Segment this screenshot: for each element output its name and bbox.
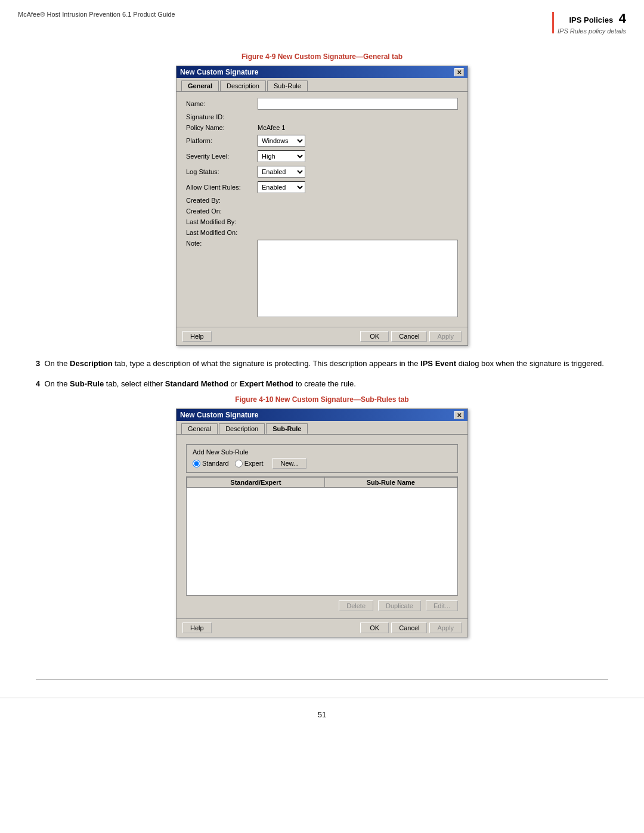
platform-row: Platform: Windows bbox=[186, 135, 458, 147]
dialog2-footer-right: OK Cancel Apply bbox=[358, 623, 462, 633]
name-row: Name: bbox=[186, 98, 458, 110]
dialog1-body: Name: Signature ID: Policy Name: McAfee … bbox=[177, 92, 467, 327]
tab-description[interactable]: Description bbox=[220, 80, 266, 91]
sig-id-row: Signature ID: bbox=[186, 113, 458, 120]
last-mod-by-row: Last Modified By: bbox=[186, 218, 458, 225]
tab-general[interactable]: General bbox=[181, 80, 219, 91]
dialog2-tabs: General Description Sub-Rule bbox=[177, 421, 467, 435]
product-guide-title: McAfee® Host Intrusion Prevention 6.1 Pr… bbox=[18, 11, 175, 18]
dialog2-title: New Custom Signature bbox=[180, 411, 258, 419]
created-by-row: Created By: bbox=[186, 197, 458, 204]
allow-label: Allow Client Rules: bbox=[186, 184, 258, 191]
created-by-label: Created By: bbox=[186, 197, 258, 204]
delete-button[interactable]: Delete bbox=[339, 600, 373, 611]
name-input[interactable] bbox=[258, 98, 458, 110]
severity-label: Severity Level: bbox=[186, 153, 258, 160]
edit-button[interactable]: Edit... bbox=[426, 600, 458, 611]
dialog1-titlebar: New Custom Signature ✕ bbox=[177, 66, 467, 78]
dialog2-titlebar: New Custom Signature ✕ bbox=[177, 409, 467, 421]
header-left: McAfee® Host Intrusion Prevention 6.1 Pr… bbox=[18, 11, 175, 18]
created-on-row: Created On: bbox=[186, 208, 458, 215]
severity-select[interactable]: High bbox=[258, 150, 305, 162]
dialog1-footer-right: OK Cancel Apply bbox=[358, 331, 462, 342]
policy-name-label: Policy Name: bbox=[186, 124, 258, 131]
last-mod-by-label: Last Modified By: bbox=[186, 218, 258, 225]
duplicate-button[interactable]: Duplicate bbox=[378, 600, 421, 611]
last-mod-on-label: Last Modified On: bbox=[186, 229, 258, 236]
dialog-general: New Custom Signature ✕ General Descripti… bbox=[176, 66, 468, 346]
page-header: McAfee® Host Intrusion Prevention 6.1 Pr… bbox=[0, 0, 644, 41]
platform-select[interactable]: Windows bbox=[258, 135, 305, 147]
policy-name-row: Policy Name: McAfee 1 bbox=[186, 124, 458, 131]
log-select[interactable]: Enabled bbox=[258, 166, 305, 178]
note-row: Note: bbox=[186, 240, 458, 317]
add-subrule-title: Add New Sub-Rule bbox=[193, 448, 451, 456]
footer-actions: Delete Duplicate Edit... bbox=[186, 599, 458, 612]
ok-button[interactable]: OK bbox=[360, 331, 389, 342]
col-subrule-name: Sub-Rule Name bbox=[324, 478, 457, 488]
add-subrule-section: Add New Sub-Rule Standard Expert New... bbox=[186, 444, 458, 473]
radio-expert-text: Expert bbox=[244, 460, 264, 467]
tab2-general[interactable]: General bbox=[181, 423, 218, 434]
chapter-area: IPS Policies 4 IPS Rules policy details bbox=[552, 11, 626, 35]
dialog-subrules: New Custom Signature ✕ General Descripti… bbox=[176, 408, 468, 637]
dialog1-title: New Custom Signature bbox=[180, 68, 258, 76]
cancel-button[interactable]: Cancel bbox=[391, 331, 427, 342]
figure2-caption: Figure 4-10 New Custom Signature—Sub-Rul… bbox=[36, 395, 608, 404]
allow-row: Allow Client Rules: Enabled bbox=[186, 181, 458, 193]
ok2-button[interactable]: OK bbox=[360, 623, 389, 633]
step4-text: 4 On the Sub-Rule tab, select either Sta… bbox=[36, 378, 608, 390]
radio-standard-text: Standard bbox=[202, 460, 229, 467]
dialog1-footer: Help OK Cancel Apply bbox=[177, 327, 467, 345]
page-subtitle: IPS Rules policy details bbox=[558, 27, 626, 35]
note-textarea[interactable] bbox=[258, 240, 458, 317]
log-row: Log Status: Enabled bbox=[186, 166, 458, 178]
apply-button[interactable]: Apply bbox=[429, 331, 462, 342]
radio-expert[interactable] bbox=[235, 460, 243, 467]
radio-standard[interactable] bbox=[193, 460, 200, 467]
step3-text: 3 On the Description tab, type a descrip… bbox=[36, 358, 608, 370]
close-icon2[interactable]: ✕ bbox=[454, 411, 464, 419]
dialog2-footer: Help OK Cancel Apply bbox=[177, 618, 467, 637]
apply2-button[interactable]: Apply bbox=[429, 623, 462, 633]
col-standard-expert: Standard/Expert bbox=[187, 478, 325, 488]
sig-id-label: Signature ID: bbox=[186, 113, 258, 120]
cancel2-button[interactable]: Cancel bbox=[391, 623, 427, 633]
tab2-subrule[interactable]: Sub-Rule bbox=[266, 423, 308, 434]
chapter-number: 4 bbox=[619, 11, 626, 26]
created-on-label: Created On: bbox=[186, 208, 258, 215]
page-number: 51 bbox=[0, 698, 644, 725]
radio-expert-label: Expert bbox=[235, 460, 264, 467]
help2-button[interactable]: Help bbox=[182, 623, 212, 633]
tab2-description[interactable]: Description bbox=[219, 423, 265, 434]
close-icon[interactable]: ✕ bbox=[454, 68, 464, 76]
note-label: Note: bbox=[186, 240, 258, 247]
dialog2-body: Add New Sub-Rule Standard Expert New... bbox=[177, 435, 467, 618]
main-content: Figure 4-9 New Custom Signature—General … bbox=[0, 41, 644, 661]
allow-select[interactable]: Enabled bbox=[258, 181, 305, 193]
policy-name-value: McAfee 1 bbox=[258, 124, 285, 131]
header-right: IPS Policies 4 IPS Rules policy details bbox=[552, 11, 626, 35]
tab-subrule[interactable]: Sub-Rule bbox=[267, 80, 308, 91]
last-mod-on-row: Last Modified On: bbox=[186, 229, 458, 236]
radio-group: Standard Expert New... bbox=[193, 458, 451, 469]
chapter-bar bbox=[552, 12, 554, 33]
subrules-table: Standard/Expert Sub-Rule Name bbox=[187, 477, 457, 488]
radio-standard-label: Standard bbox=[193, 460, 229, 467]
name-label: Name: bbox=[186, 100, 258, 107]
help-button[interactable]: Help bbox=[182, 331, 212, 342]
platform-label: Platform: bbox=[186, 137, 258, 144]
figure1-caption: Figure 4-9 New Custom Signature—General … bbox=[36, 52, 608, 61]
dialog1-tabs: General Description Sub-Rule bbox=[177, 78, 467, 92]
new-subrule-button[interactable]: New... bbox=[273, 458, 306, 469]
log-label: Log Status: bbox=[186, 168, 258, 175]
subrules-table-container: Standard/Expert Sub-Rule Name bbox=[186, 476, 458, 596]
severity-row: Severity Level: High bbox=[186, 150, 458, 162]
ips-policies-label: IPS Policies bbox=[569, 16, 613, 24]
